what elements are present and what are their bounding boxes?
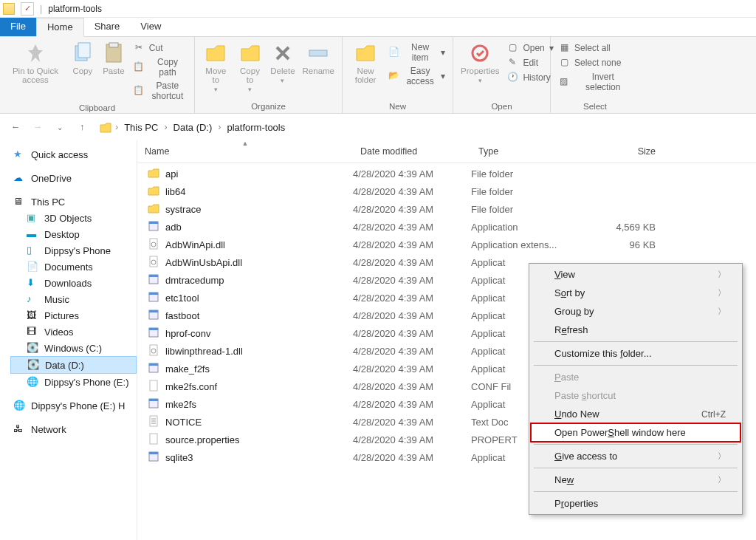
breadcrumb-folder[interactable]: platform-tools — [224, 120, 288, 134]
tab-view[interactable]: View — [130, 18, 171, 36]
ribbon-group-label: Select — [557, 100, 633, 113]
file-icon — [148, 238, 159, 252]
sidebar-drive-d[interactable]: 💽Data (D:) — [10, 356, 137, 374]
ctx-new[interactable]: New〉 — [531, 471, 740, 489]
tab-file[interactable]: File — [0, 18, 36, 36]
ctx-separator — [534, 365, 738, 366]
breadcrumb-drive[interactable]: Data (D:) — [171, 120, 216, 134]
sidebar-onedrive[interactable]: ☁OneDrive — [10, 170, 137, 186]
sidebar-desktop[interactable]: ▬Desktop — [10, 226, 137, 242]
file-type: File folder — [471, 204, 589, 215]
file-name: dmtracedump — [165, 275, 224, 286]
svg-rect-20 — [150, 345, 157, 355]
recent-dropdown[interactable]: ⌄ — [52, 119, 68, 135]
sidebar-quick-access[interactable]: ★Quick access — [10, 146, 137, 163]
quick-access-toolbar-icon[interactable]: ✓ — [21, 2, 34, 16]
select-all-button[interactable]: ▦Select all — [557, 41, 633, 55]
ctx-open-powershell[interactable]: Open PowerShell window here — [531, 423, 740, 442]
column-name[interactable]: Name▲ — [137, 140, 353, 163]
ctx-view[interactable]: View〉 — [531, 265, 740, 284]
file-icon — [148, 220, 159, 234]
invert-selection-button[interactable]: ▨Invert selection — [557, 71, 633, 93]
sidebar-music[interactable]: ♪Music — [10, 291, 137, 307]
new-item-button[interactable]: 📄New item ▾ — [387, 41, 447, 64]
sidebar-network[interactable]: 🖧Network — [10, 421, 137, 437]
column-size[interactable]: Size — [589, 140, 663, 163]
file-row[interactable]: AdbWinApi.dll4/28/2020 4:39 AMApplicatio… — [137, 236, 756, 253]
easy-access-icon: 📂 — [388, 70, 399, 82]
select-none-button[interactable]: ▢Select none — [557, 56, 633, 69]
scissors-icon: ✂ — [133, 42, 145, 54]
copy-button[interactable]: Copy — [69, 40, 96, 102]
ribbon-group-clipboard: Pin to Quick access Copy Paste ✂Cut 📋Cop… — [0, 37, 195, 113]
ctx-refresh[interactable]: Refresh — [531, 321, 740, 339]
ctx-separator — [534, 468, 738, 468]
copy-path-button[interactable]: 📋Copy path — [131, 56, 188, 78]
history-button[interactable]: 🕐History — [505, 71, 554, 84]
sidebar-pictures[interactable]: 🖼Pictures — [10, 307, 137, 324]
copy-to-icon — [238, 41, 262, 65]
sidebar-this-pc[interactable]: 🖥This PC — [10, 194, 137, 210]
properties-button[interactable]: Properties▾ — [459, 40, 501, 86]
new-folder-button[interactable]: New folder — [348, 40, 382, 87]
ctx-undo-new[interactable]: Undo NewCtrl+Z — [531, 405, 740, 423]
tab-share[interactable]: Share — [84, 18, 131, 36]
breadcrumb-this-pc[interactable]: This PC — [121, 120, 161, 134]
select-all-icon: ▦ — [558, 42, 570, 54]
sidebar-documents[interactable]: 📄Documents — [10, 259, 137, 275]
file-row[interactable]: adb4/28/2020 4:39 AMApplication4,569 KB — [137, 218, 756, 236]
ctx-give-access[interactable]: Give access to〉 — [531, 447, 740, 465]
copy-to-button[interactable]: Copy to▾ — [236, 40, 265, 95]
sidebar-phone[interactable]: ▯Dippsy's Phone — [10, 242, 137, 259]
chevron-right-icon: 〉 — [718, 474, 726, 485]
file-row[interactable]: lib644/28/2020 4:39 AMFile folder — [137, 182, 756, 200]
sidebar-drive-e[interactable]: 🌐Dippsy's Phone (E:) — [10, 374, 137, 390]
file-date: 4/28/2020 4:39 AM — [353, 257, 471, 268]
paste-icon — [102, 41, 126, 65]
edit-button[interactable]: ✎Edit — [505, 56, 554, 69]
file-type: File folder — [471, 168, 589, 180]
paste-shortcut-button[interactable]: 📋Paste shortcut — [131, 80, 188, 102]
ctx-sort-by[interactable]: Sort by〉 — [531, 284, 740, 302]
easy-access-button[interactable]: 📂Easy access ▾ — [387, 65, 447, 87]
column-type[interactable]: Type — [471, 140, 589, 163]
sidebar-videos[interactable]: 🎞Videos — [10, 324, 137, 340]
paste-button[interactable]: Paste — [100, 40, 127, 102]
chevron-right-icon[interactable]: › — [114, 122, 120, 132]
cut-button[interactable]: ✂Cut — [131, 41, 188, 55]
ctx-customize-folder[interactable]: Customize this folder... — [531, 344, 740, 363]
videos-icon: 🎞 — [27, 326, 38, 338]
file-icon — [148, 415, 159, 429]
chevron-right-icon[interactable]: › — [216, 122, 222, 132]
move-to-button[interactable]: Move to▾ — [201, 40, 231, 95]
file-row[interactable]: api4/28/2020 4:39 AMFile folder — [137, 165, 756, 182]
file-row[interactable]: systrace4/28/2020 4:39 AMFile folder — [137, 200, 756, 218]
svg-rect-10 — [150, 256, 157, 267]
delete-button[interactable]: Delete▾ — [269, 40, 296, 95]
address-bar[interactable]: › This PC › Data (D:) › platform-tools — [96, 117, 291, 137]
open-icon: ▢ — [506, 42, 518, 54]
pin-to-quick-access-button[interactable]: Pin to Quick access — [6, 40, 65, 102]
chevron-right-icon[interactable]: › — [162, 122, 168, 132]
back-button[interactable]: ← — [7, 119, 24, 135]
forward-button[interactable]: → — [30, 119, 46, 135]
column-date[interactable]: Date modified — [353, 140, 471, 163]
ctx-group-by[interactable]: Group by〉 — [531, 302, 740, 321]
sidebar-3d-objects[interactable]: ▣3D Objects — [10, 210, 137, 226]
sidebar-downloads[interactable]: ⬇Downloads — [10, 275, 137, 291]
tab-home[interactable]: Home — [36, 18, 84, 37]
file-date: 4/28/2020 4:39 AM — [353, 293, 471, 304]
sidebar-drive-c[interactable]: 💽Windows (C:) — [10, 340, 137, 356]
svg-rect-4 — [309, 50, 327, 56]
rename-button[interactable]: Rename — [301, 40, 336, 95]
file-date: 4/28/2020 4:39 AM — [353, 363, 471, 375]
open-button[interactable]: ▢Open ▾ — [505, 41, 554, 55]
sidebar-phone-e[interactable]: 🌐Dippsy's Phone (E:) H — [10, 397, 137, 414]
svg-rect-24 — [150, 380, 157, 391]
pin-icon — [24, 41, 47, 65]
ribbon: Pin to Quick access Copy Paste ✂Cut 📋Cop… — [0, 37, 756, 114]
file-date: 4/28/2020 4:39 AM — [353, 222, 471, 233]
ctx-properties[interactable]: Properties — [531, 494, 740, 513]
up-button[interactable]: ↑ — [74, 119, 90, 135]
file-name: source.properties — [165, 434, 239, 445]
